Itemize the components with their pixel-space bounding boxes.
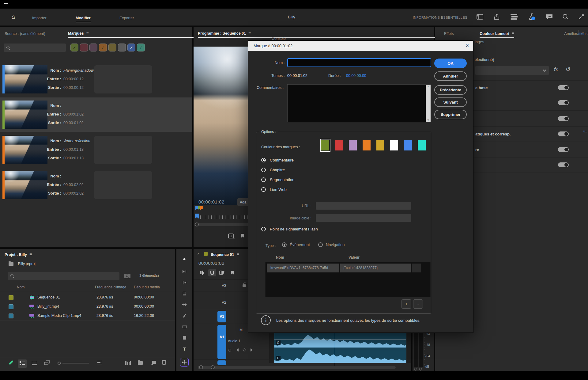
- playhead[interactable]: [335, 332, 335, 366]
- project-row-sequence[interactable]: Sequence 01 23,976 i/s 00:00:00:00: [0, 293, 175, 302]
- filter-swatch-blue[interactable]: ✓: [127, 44, 135, 51]
- essential-info-label[interactable]: INFORMATIONS ESSENTIELLES: [413, 16, 467, 19]
- share-icon[interactable]: [494, 13, 500, 20]
- scroll-up-icon[interactable]: ▲: [427, 85, 430, 88]
- mini-time-ruler[interactable]: [200, 215, 249, 219]
- feedback-icon[interactable]: [546, 14, 553, 20]
- ok-button[interactable]: OK: [434, 59, 467, 68]
- filter-swatch-teal[interactable]: ✓: [137, 44, 145, 51]
- scroll-handle[interactable]: [211, 365, 215, 369]
- pen-tool[interactable]: [181, 312, 188, 319]
- home-icon[interactable]: ⌂: [12, 13, 15, 20]
- hand-tool[interactable]: [181, 334, 188, 341]
- tab-audio-essentiel[interactable]: Amélioration essentielle de l'audio: [564, 32, 588, 36]
- scroll-handle[interactable]: [199, 365, 203, 369]
- label-chip[interactable]: [9, 295, 13, 300]
- section-toggle[interactable]: [558, 162, 569, 167]
- automate-sequence-icon[interactable]: [125, 360, 131, 365]
- a1-track-target[interactable]: A1: [217, 325, 226, 359]
- filter-swatch-orange[interactable]: ✓: [99, 44, 107, 51]
- label-chip[interactable]: [9, 304, 13, 309]
- keyframe-pen-icon[interactable]: [228, 349, 231, 352]
- track-select-tool[interactable]: [181, 268, 188, 275]
- radio-commentaire[interactable]: Commentaire: [261, 158, 294, 162]
- add-field-button[interactable]: +: [401, 299, 411, 309]
- tab-program[interactable]: Programme : Sequence 01≡: [198, 31, 438, 36]
- panel-menu-icon[interactable]: ≡: [512, 31, 514, 36]
- dialog-swatch-gold[interactable]: [376, 140, 384, 150]
- annuler-button[interactable]: Annuler: [434, 71, 467, 81]
- type-tool[interactable]: T: [181, 345, 188, 352]
- section-toggle[interactable]: [558, 100, 569, 105]
- add-marker-icon[interactable]: [241, 234, 244, 238]
- tab-effets[interactable]: Effets: [444, 32, 454, 36]
- snap-magnet-icon[interactable]: [208, 269, 216, 276]
- marker-item[interactable]: Nom : Flamingo-shadow Entrée : 00:00:00:…: [0, 62, 192, 97]
- table-col-nom[interactable]: Nom ↑: [276, 255, 287, 260]
- marker-comment-box[interactable]: [94, 171, 152, 199]
- close-icon[interactable]: ×: [466, 43, 469, 49]
- table-cell-valeur[interactable]: {"color":4281828977}: [340, 264, 411, 272]
- scroll-handle[interactable]: [195, 222, 199, 226]
- filter-swatch-red[interactable]: [80, 44, 88, 51]
- dialog-swatch-white[interactable]: [390, 140, 398, 150]
- section-toggle[interactable]: [558, 131, 569, 136]
- a1-mute-button[interactable]: M: [239, 328, 243, 332]
- dialog-title-bar[interactable]: Marque à 00:00:01:02 ×: [248, 41, 473, 51]
- new-item-icon[interactable]: [151, 360, 156, 365]
- table-cell-extra[interactable]: [412, 264, 421, 272]
- program-marker-flag-orange[interactable]: [200, 206, 203, 210]
- fx-icon[interactable]: fx: [554, 66, 558, 73]
- marker-item[interactable]: Nom : Water-reflection Entrée : 00:00:01…: [0, 133, 192, 167]
- url-input-disabled[interactable]: [316, 202, 411, 210]
- table-cell-nom[interactable]: keywordExtDVAv1_6738c778-7a5d-: [267, 264, 339, 272]
- quick-help-icon[interactable]: [562, 13, 569, 20]
- filter-swatch-yellow[interactable]: [108, 44, 116, 51]
- marker-search-input[interactable]: [4, 44, 66, 52]
- timeline-tab[interactable]: Sequence 01≡: [211, 253, 239, 257]
- v3-lock-icon[interactable]: [243, 284, 246, 287]
- mini-timeline-marker[interactable]: [195, 214, 199, 219]
- section-toggle[interactable]: [558, 85, 569, 90]
- radio-segmentation[interactable]: Segmentation: [261, 177, 294, 182]
- fullscreen-icon[interactable]: [578, 14, 584, 20]
- filter-swatch-green[interactable]: ✓: [70, 44, 78, 51]
- timeline-marker-icon[interactable]: [228, 269, 236, 276]
- table-col-valeur[interactable]: Valeur: [349, 255, 360, 260]
- razor-tool[interactable]: [181, 290, 188, 297]
- preset-select[interactable]: [475, 66, 549, 75]
- marker-item[interactable]: Nom : Entrée : 00:00:02:02 Sortie : 00:0…: [0, 168, 192, 202]
- insert-as-nest-icon[interactable]: [198, 269, 206, 276]
- supprimer-button[interactable]: Supprimer: [434, 110, 467, 119]
- meter-solo-right[interactable]: [419, 368, 422, 370]
- precedente-button[interactable]: Précédente: [434, 85, 467, 95]
- v1-track-target[interactable]: V1: [217, 311, 226, 322]
- col-nom[interactable]: Nom: [17, 285, 24, 289]
- suivant-button[interactable]: Suivant: [434, 97, 467, 107]
- zoom-slider-knob[interactable]: [58, 362, 61, 365]
- reset-icon[interactable]: ↺: [566, 66, 571, 73]
- zoom-slider-track[interactable]: [62, 363, 89, 363]
- radio-chapitre[interactable]: Chapitre: [261, 168, 285, 172]
- radio-evenement[interactable]: Événement: [282, 242, 310, 247]
- dialog-swatch-blue[interactable]: [404, 140, 412, 150]
- remove-field-button[interactable]: -: [413, 299, 423, 309]
- transform-tool-selected[interactable]: [180, 358, 189, 367]
- add-keyframe-icon[interactable]: [243, 348, 246, 351]
- sort-icon[interactable]: [97, 360, 102, 365]
- filter-swatch-purple[interactable]: [89, 44, 97, 51]
- panel-menu-icon[interactable]: ≡: [236, 252, 239, 257]
- audio-clip[interactable]: G D: [274, 332, 406, 363]
- timeline-h-scrollbar[interactable]: [198, 366, 396, 369]
- dialog-swatch-purple[interactable]: [349, 140, 357, 150]
- rectangle-tool[interactable]: [181, 323, 188, 330]
- col-fps[interactable]: Fréquence d'image: [95, 285, 126, 289]
- panel-menu-icon[interactable]: ≡: [29, 252, 32, 257]
- radio-lien-web[interactable]: Lien Web: [261, 187, 287, 192]
- project-row-clip[interactable]: Billy_int.mp4 23,976 i/s 00:00:00:00: [0, 302, 175, 311]
- freeform-view-button[interactable]: [44, 360, 51, 366]
- radio-flash-cue[interactable]: Point de signalement Flash: [261, 227, 318, 231]
- linked-selection-icon[interactable]: [218, 269, 226, 276]
- a1-track-name[interactable]: Audio 1: [228, 339, 240, 343]
- tab-couleur-lumetri[interactable]: Couleur Lumetri≡: [480, 32, 514, 36]
